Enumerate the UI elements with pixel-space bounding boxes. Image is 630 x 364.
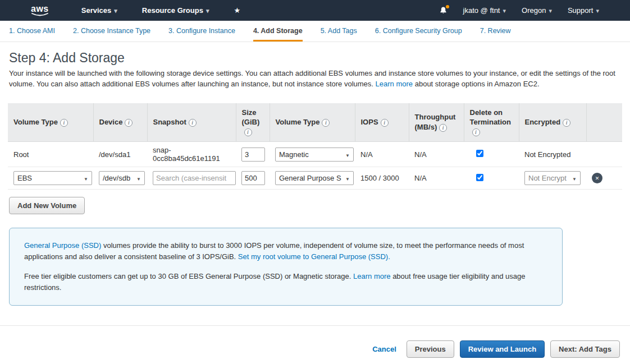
info-icon[interactable] — [60, 119, 68, 127]
root-throughput-text: N/A — [414, 150, 427, 159]
cell-ebs-volume-type: EBS — [8, 167, 93, 190]
nav-region-menu[interactable]: Oregon — [522, 6, 552, 15]
info-icon[interactable] — [322, 119, 330, 127]
info-icon[interactable] — [125, 119, 133, 127]
ebs-device-select[interactable]: /dev/sdb — [99, 171, 145, 185]
tab-choose-ami[interactable]: 1. Choose AMI — [9, 21, 55, 42]
nav-services-menu[interactable]: Services — [81, 6, 117, 15]
notification-dot — [446, 5, 449, 8]
cell-root-volume-type: Root — [8, 142, 93, 167]
header-label: Throughput (MB/s) — [415, 113, 456, 131]
header-label: Size (GiB) — [242, 108, 260, 127]
nav-support-menu[interactable]: Support — [568, 6, 599, 15]
nav-right-group: jkato @ ftnt Oregon Support — [439, 6, 599, 15]
ebs-size-input[interactable] — [241, 171, 265, 185]
main-content: Step 4: Add Storage Your instance will b… — [0, 50, 630, 358]
info-paragraph-1: General Purpose (SSD) volumes provide th… — [24, 240, 547, 262]
ebs-delete-on-termination-checkbox[interactable] — [476, 174, 483, 181]
nav-resource-groups-menu[interactable]: Resource Groups — [142, 6, 209, 15]
cell-root-throughput: N/A — [409, 142, 464, 167]
cell-root-actions — [586, 142, 622, 167]
add-new-volume-button[interactable]: Add New Volume — [9, 197, 85, 214]
root-iops-text: N/A — [360, 150, 373, 159]
ebs-volume-type-select[interactable]: EBS — [13, 171, 92, 185]
tab-configure-security-group[interactable]: 6. Configure Security Group — [375, 21, 462, 42]
nav-account-menu[interactable]: jkato @ ftnt — [463, 6, 506, 15]
cell-ebs-snapshot — [147, 167, 236, 190]
footer-actions: Cancel Previous Review and Launch Next: … — [0, 326, 630, 358]
cell-root-size — [236, 142, 270, 167]
tab-add-tags[interactable]: 5. Add Tags — [321, 21, 357, 42]
table-row-ebs: EBS /dev/sdb General Purpose S — [8, 167, 622, 190]
tab-review[interactable]: 7. Review — [480, 21, 511, 42]
header-volume-type: Volume Type — [8, 103, 93, 142]
notifications-bell-icon[interactable] — [439, 6, 448, 15]
aws-logo-text: aws — [31, 4, 49, 13]
root-snapshot-text: snap-0cc8ba45dc61e1191 — [153, 146, 220, 163]
table-row-root: Root /dev/sda1 snap-0cc8ba45dc61e1191 Ma… — [8, 142, 622, 167]
star-icon[interactable] — [234, 6, 240, 15]
wizard-steps: 1. Choose AMI 2. Choose Instance Type 3.… — [0, 21, 630, 42]
header-label: Encrypted — [525, 118, 561, 126]
next-add-tags-button[interactable]: Next: Add Tags — [550, 340, 620, 358]
info-paragraph-2: Free tier eligible customers can get up … — [24, 271, 547, 293]
header-device: Device — [93, 103, 147, 142]
set-root-volume-link[interactable]: Set my root volume to General Purpose (S… — [238, 252, 390, 261]
cell-root-delete-on-termination — [464, 142, 519, 167]
select-value: Magnetic — [279, 150, 343, 159]
table-header-row: Volume Type Device Snapshot Size (GiB) V… — [8, 103, 622, 142]
cell-root-volume-type-select: Magnetic — [270, 142, 355, 167]
chevron-down-icon — [134, 174, 141, 182]
tab-choose-instance-type[interactable]: 2. Choose Instance Type — [73, 21, 150, 42]
root-device-text: /dev/sda1 — [99, 150, 130, 159]
header-volume-type-2: Volume Type — [270, 103, 355, 142]
description-tail: about storage options in Amazon EC2. — [415, 80, 540, 88]
previous-button[interactable]: Previous — [407, 340, 454, 358]
page-title: Step 4: Add Storage — [9, 50, 621, 66]
learn-more-link[interactable]: Learn more — [376, 80, 413, 88]
chevron-down-icon — [114, 6, 117, 15]
cell-ebs-delete-on-termination — [464, 167, 519, 190]
ebs-volume-type-2-select[interactable]: General Purpose S — [275, 171, 354, 185]
cell-ebs-iops: 1500 / 3000 — [355, 167, 409, 190]
info-icon[interactable] — [381, 119, 389, 127]
root-volume-type-select[interactable]: Magnetic — [275, 148, 354, 162]
cell-root-iops: N/A — [355, 142, 409, 167]
root-size-input[interactable] — [241, 148, 265, 162]
cell-ebs-throughput: N/A — [409, 167, 464, 190]
header-throughput: Throughput (MB/s) — [409, 103, 464, 142]
info-box: General Purpose (SSD) volumes provide th… — [9, 228, 563, 306]
chevron-down-icon — [503, 6, 506, 15]
aws-logo[interactable]: aws — [31, 4, 49, 17]
chevron-down-icon — [549, 6, 552, 15]
header-label: Snapshot — [153, 118, 186, 126]
chevron-down-icon — [569, 174, 577, 182]
info-icon[interactable] — [563, 119, 570, 127]
cell-ebs-actions — [586, 167, 622, 190]
storage-volumes-table: Volume Type Device Snapshot Size (GiB) V… — [8, 103, 622, 190]
ebs-snapshot-search-input[interactable] — [153, 171, 236, 185]
delete-volume-button[interactable] — [592, 173, 602, 183]
header-actions — [586, 103, 622, 142]
select-value: General Purpose S — [279, 174, 343, 182]
info-icon[interactable] — [244, 128, 252, 136]
cancel-link[interactable]: Cancel — [372, 345, 396, 353]
root-delete-on-termination-checkbox[interactable] — [476, 150, 483, 157]
tab-configure-instance[interactable]: 3. Configure Instance — [168, 21, 235, 42]
chevron-down-icon — [206, 6, 209, 15]
header-label: Volume Type — [13, 118, 58, 126]
header-encrypted: Encrypted — [519, 103, 586, 142]
info-icon[interactable] — [439, 124, 447, 132]
chevron-down-icon — [596, 6, 599, 15]
cell-ebs-volume-type-select: General Purpose S — [270, 167, 355, 190]
info-icon[interactable] — [472, 128, 480, 136]
header-size-gib: Size (GiB) — [236, 103, 270, 142]
nav-region-label: Oregon — [522, 6, 546, 15]
general-purpose-ssd-link[interactable]: General Purpose (SSD) — [24, 241, 101, 250]
header-label: IOPS — [361, 118, 378, 126]
free-tier-learn-more-link[interactable]: Learn more — [353, 272, 390, 280]
tab-add-storage[interactable]: 4. Add Storage — [253, 21, 303, 42]
ebs-encrypted-select[interactable]: Not Encrypt — [524, 171, 581, 185]
review-and-launch-button[interactable]: Review and Launch — [460, 340, 545, 358]
info-icon[interactable] — [189, 119, 197, 127]
